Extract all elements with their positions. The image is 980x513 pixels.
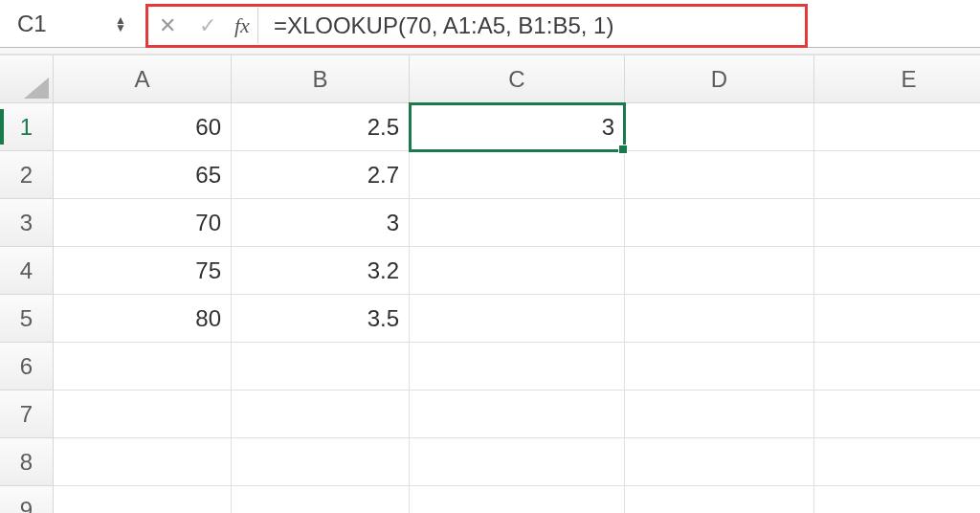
cell-d7[interactable] bbox=[625, 390, 814, 438]
cell-d3[interactable] bbox=[625, 199, 814, 247]
cell-e3[interactable] bbox=[814, 199, 980, 247]
column-header-a[interactable]: A bbox=[54, 56, 232, 103]
column-header-c[interactable]: C bbox=[410, 56, 625, 103]
cell-b4[interactable]: 3.2 bbox=[232, 247, 410, 295]
enter-icon[interactable]: ✓ bbox=[194, 13, 221, 38]
row-header-1[interactable]: 1 bbox=[0, 103, 54, 151]
cell-c2[interactable] bbox=[410, 151, 625, 199]
cell-b7[interactable] bbox=[232, 390, 410, 438]
cell-a2[interactable]: 65 bbox=[54, 151, 232, 199]
row-header-5[interactable]: 5 bbox=[0, 295, 54, 343]
cell-e9[interactable] bbox=[814, 486, 980, 513]
cancel-icon[interactable]: ✕ bbox=[154, 13, 181, 38]
cell-a3[interactable]: 70 bbox=[54, 199, 232, 247]
select-all-corner[interactable] bbox=[0, 56, 54, 103]
cell-d2[interactable] bbox=[625, 151, 814, 199]
cell-b9[interactable] bbox=[232, 486, 410, 513]
cell-d8[interactable] bbox=[625, 438, 814, 486]
cell-e1[interactable] bbox=[814, 103, 980, 151]
cell-c7[interactable] bbox=[410, 390, 625, 438]
cell-b6[interactable] bbox=[232, 343, 410, 390]
column-header-d[interactable]: D bbox=[625, 56, 814, 103]
row-header-6[interactable]: 6 bbox=[0, 343, 54, 390]
cell-d9[interactable] bbox=[625, 486, 814, 513]
cell-b2[interactable]: 2.7 bbox=[232, 151, 410, 199]
row-header-7[interactable]: 7 bbox=[0, 390, 54, 438]
cell-c4[interactable] bbox=[410, 247, 625, 295]
cell-b1[interactable]: 2.5 bbox=[232, 103, 410, 151]
column-header-b[interactable]: B bbox=[232, 56, 410, 103]
cell-e7[interactable] bbox=[814, 390, 980, 438]
cell-d4[interactable] bbox=[625, 247, 814, 295]
cell-a6[interactable] bbox=[54, 343, 232, 390]
formula-bar-highlight: ✕ ✓ fx bbox=[145, 4, 808, 48]
cell-c3[interactable] bbox=[410, 199, 625, 247]
name-box-container: ▲ ▼ bbox=[0, 4, 142, 43]
cell-e2[interactable] bbox=[814, 151, 980, 199]
cell-e6[interactable] bbox=[814, 343, 980, 390]
cell-b8[interactable] bbox=[232, 438, 410, 486]
cell-c9[interactable] bbox=[410, 486, 625, 513]
chevron-down-icon: ▼ bbox=[115, 24, 126, 32]
cell-d5[interactable] bbox=[625, 295, 814, 343]
cell-e8[interactable] bbox=[814, 438, 980, 486]
cell-a1[interactable]: 60 bbox=[54, 103, 232, 151]
formula-bar: ▲ ▼ ✕ ✓ fx bbox=[0, 0, 980, 48]
cell-c5[interactable] bbox=[410, 295, 625, 343]
cell-a8[interactable] bbox=[54, 438, 232, 486]
row-header-3[interactable]: 3 bbox=[0, 199, 54, 247]
row-header-9[interactable]: 9 bbox=[0, 486, 54, 513]
row-header-2[interactable]: 2 bbox=[0, 151, 54, 199]
cell-c1[interactable]: 3 bbox=[410, 103, 625, 151]
cell-d1[interactable] bbox=[625, 103, 814, 151]
cell-e4[interactable] bbox=[814, 247, 980, 295]
column-header-e[interactable]: E bbox=[814, 56, 980, 103]
name-box-stepper[interactable]: ▲ ▼ bbox=[115, 16, 126, 32]
formula-input[interactable] bbox=[272, 12, 805, 39]
cell-a4[interactable]: 75 bbox=[54, 247, 232, 295]
cell-b3[interactable]: 3 bbox=[232, 199, 410, 247]
spreadsheet-grid[interactable]: ABCDE1602.532652.737034753.25803.56789 bbox=[0, 56, 980, 513]
cell-a9[interactable] bbox=[54, 486, 232, 513]
divider-strip bbox=[0, 48, 980, 56]
fx-label[interactable]: fx bbox=[234, 8, 258, 44]
cell-e5[interactable] bbox=[814, 295, 980, 343]
cell-c6[interactable] bbox=[410, 343, 625, 390]
row-header-4[interactable]: 4 bbox=[0, 247, 54, 295]
row-header-8[interactable]: 8 bbox=[0, 438, 54, 486]
name-box[interactable] bbox=[17, 11, 109, 37]
cell-a5[interactable]: 80 bbox=[54, 295, 232, 343]
cell-c8[interactable] bbox=[410, 438, 625, 486]
cell-b5[interactable]: 3.5 bbox=[232, 295, 410, 343]
cell-a7[interactable] bbox=[54, 390, 232, 438]
cell-d6[interactable] bbox=[625, 343, 814, 390]
